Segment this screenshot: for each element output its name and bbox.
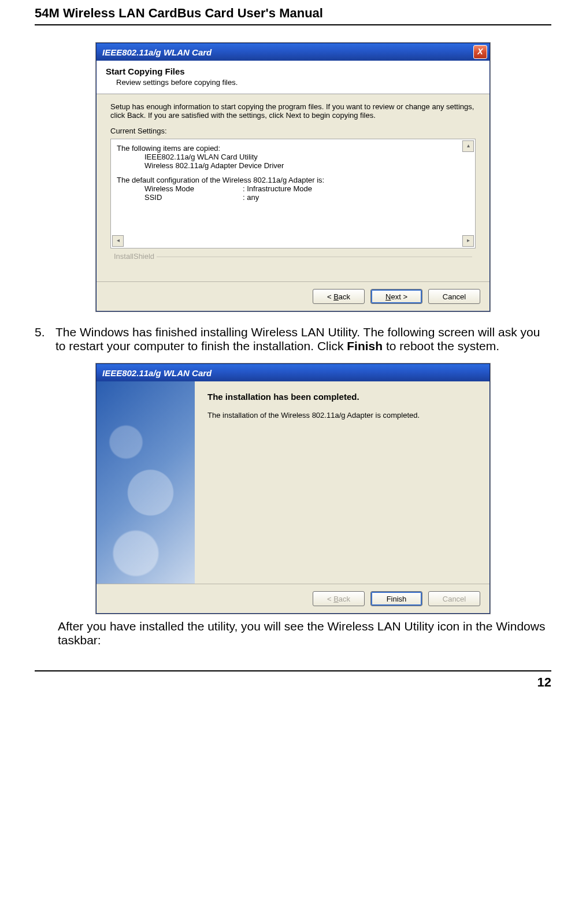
btn-text: < [327,595,333,603]
step-text: The Windows has finished installing Wire… [55,325,551,353]
titlebar[interactable]: IEEE802.11a/g WLAN Card [97,364,489,381]
settings-key: Wireless Mode [144,184,243,193]
step-5: 5. The Windows has finished installing W… [35,325,551,353]
install-dialog-copying: IEEE802.11a/g WLAN Card X Start Copying … [96,43,490,311]
settings-val: any [243,193,259,202]
current-settings-label: Current Settings: [110,127,476,135]
settings-line: The default configuration of the Wireles… [117,176,469,184]
settings-key: SSID [144,193,243,202]
settings-item: IEEE802.11a/g WLAN Card Utility [117,153,469,161]
installshield-label: InstallShield [112,252,157,261]
cancel-button[interactable]: Cancel [428,289,480,304]
banner-title: Start Copying Files [106,66,480,76]
scroll-right-icon[interactable]: ▸ [462,235,474,247]
settings-line: The following items are copied: [117,144,469,153]
titlebar[interactable]: IEEE802.11a/g WLAN Card X [97,43,489,61]
close-icon[interactable]: X [473,45,487,59]
step-text-part: to reboot the system. [383,339,499,352]
banner: Start Copying Files Review settings befo… [97,61,489,94]
banner-subtitle: Review settings before copying files. [116,78,480,87]
btn-text: N [385,292,391,301]
scroll-left-icon[interactable]: ◂ [112,235,124,247]
completed-heading: The installation has been completed. [207,392,477,402]
step-text-bold: Finish [347,339,383,352]
btn-text: ack [339,595,350,603]
next-button[interactable]: Next > [370,289,422,304]
btn-text: B [333,292,339,301]
completed-body: The installation of the Wireless 802.11a… [207,411,477,420]
page-header: 54M Wireless LAN CardBus Card User's Man… [35,6,551,25]
scroll-up-icon[interactable]: ▴ [462,140,474,152]
installshield-divider: InstallShield [114,257,472,266]
back-button[interactable]: < Back [313,289,365,304]
dialog-body: The installation has been completed. The… [97,381,489,584]
dialog-body: Setup has enough information to start co… [97,94,489,281]
cancel-button: Cancel [428,591,480,606]
btn-text: ack [339,292,350,301]
page-footer: 12 [35,670,551,690]
finish-button[interactable]: Finish [370,591,422,606]
titlebar-text: IEEE802.11a/g WLAN Card [102,368,487,378]
intro-text: Setup has enough information to start co… [110,102,476,120]
btn-text: < [327,292,333,301]
after-install-text: After you have installed the utility, yo… [58,619,551,647]
button-bar: < Back Next > Cancel [97,281,489,311]
page-number: 12 [537,675,551,689]
wizard-side-art [97,381,195,584]
settings-kv-row: SSID any [117,193,469,202]
settings-val: Infrastructure Mode [243,184,312,193]
step-number: 5. [35,325,55,353]
settings-item: Wireless 802.11a/g Adapter Device Driver [117,161,469,170]
install-dialog-completed: IEEE802.11a/g WLAN Card The installation… [96,363,490,614]
current-settings-box: The following items are copied: IEEE802.… [110,139,476,248]
btn-text: ext > [391,292,407,301]
settings-kv-row: Wireless Mode Infrastructure Mode [117,184,469,193]
btn-text: B [333,595,339,603]
titlebar-text: IEEE802.11a/g WLAN Card [102,47,473,57]
back-button: < Back [313,591,365,606]
button-bar: < Back Finish Cancel [97,584,489,613]
